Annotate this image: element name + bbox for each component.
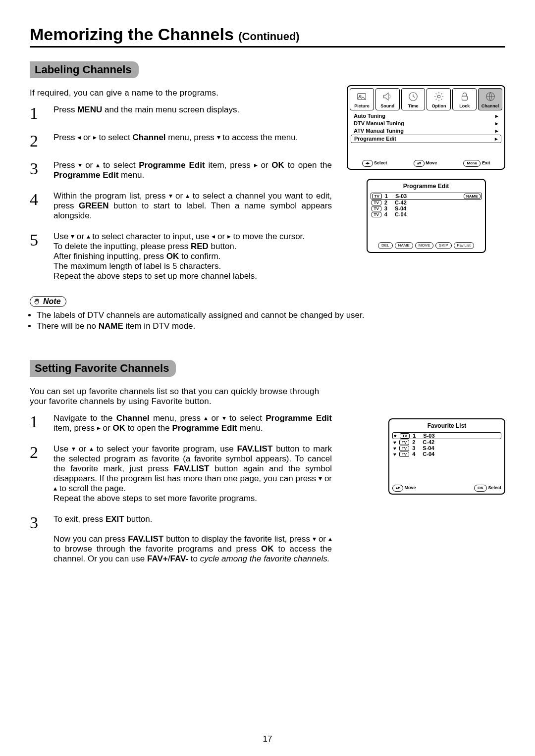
fav-row: ♥TV3 S-04 <box>392 445 501 451</box>
favorites-intro: You can set up favorite channels list so… <box>30 387 332 406</box>
heart-icon: ♥ <box>393 440 396 445</box>
heart-icon: ♥ <box>393 446 396 451</box>
note-badge: Note <box>30 296 66 307</box>
fav-row: ♥TV1 S-03 <box>392 432 501 439</box>
programme-row: TV4 C-04 <box>371 211 482 217</box>
osd-item-programme-edit: Programme Edit▸ <box>351 135 501 143</box>
programme-row: TV1 S-03 NAME <box>371 193 482 200</box>
page-title: Memorizing the Channels (Continued) <box>30 25 505 44</box>
fav-row: ♥TV2 C-42 <box>392 439 501 445</box>
osd-tab-lock: Lock <box>452 88 477 110</box>
osd-tab-sound: Sound <box>375 88 400 110</box>
step-1: Press MENU and the main menu screen disp… <box>30 105 332 122</box>
note-item: The labels of DTV channels are automatic… <box>37 310 505 320</box>
osd-channel-menu: Picture Sound Time Option Lock Channel A… <box>347 85 505 170</box>
osd-tab-option: Option <box>427 88 451 110</box>
osd-favourite-list: Favourite List ♥TV1 S-03 ♥TV2 C-42 ♥TV3 … <box>388 418 505 495</box>
fav-row: ♥TV4 C-04 <box>392 451 501 457</box>
programme-edit-footer: DEL NAME MOVE SKIP Fav.List <box>371 242 482 249</box>
fav-step-2: Use ▾ or ▴ to select your favorite progr… <box>30 444 332 504</box>
osd-programme-edit: Programme Edit TV1 S-03 NAME TV2 C-42 TV… <box>367 179 486 253</box>
note-list: The labels of DTV channels are automatic… <box>30 310 505 331</box>
title-rule <box>30 46 505 48</box>
programme-row: TV3 S-04 <box>371 205 482 211</box>
osd-tab-channel: Channel <box>478 88 502 110</box>
down-arrow-icon: ▾ <box>217 133 220 141</box>
fav-footer: ▴▾ Move OK Select <box>392 485 501 492</box>
step-2: Press ◂ or ▸ to select Channel menu, pre… <box>30 133 332 150</box>
heart-icon: ♥ <box>394 433 397 439</box>
labeling-intro: If required, you can give a name to the … <box>30 88 332 98</box>
svg-rect-4 <box>462 96 467 100</box>
svg-point-3 <box>437 95 440 98</box>
heart-icon: ♥ <box>393 452 396 457</box>
favorites-steps: Navigate to the Channel menu, press ▴ or… <box>30 413 332 564</box>
step-3: Press ▾ or ▴ to select Programme Edit it… <box>30 160 332 180</box>
note-item: There will be no NAME item in DTV mode. <box>37 321 505 331</box>
labeling-steps: Press MENU and the main menu screen disp… <box>30 105 332 281</box>
step-4: Within the program list, press ▾ or ▴ to… <box>30 191 332 221</box>
osd-footer: ◂▸ Select ▴▾ Move Menu Exit <box>350 160 502 167</box>
hand-icon <box>33 298 41 305</box>
osd-tab-picture: Picture <box>350 88 374 110</box>
right-arrow-icon: ▸ <box>93 133 97 141</box>
fav-step-3: To exit, press EXIT button. Now you can … <box>30 514 332 564</box>
osd-item-dtv-manual: DTV Manual Tuning▸ <box>351 120 501 127</box>
osd-item-atv-manual: ATV Manual Tuning▸ <box>351 127 501 135</box>
section-setting-favorites: Setting Favorite Channels <box>30 360 176 377</box>
page-number: 17 <box>0 734 535 744</box>
osd-item-auto-tuning: Auto Tuning▸ <box>351 112 501 120</box>
programme-row: TV2 C-42 <box>371 200 482 205</box>
osd-tab-time: Time <box>401 88 426 110</box>
section-labeling-channels: Labeling Channels <box>30 61 139 78</box>
fav-step-1: Navigate to the Channel menu, press ▴ or… <box>30 413 332 433</box>
step-5: Use ▾ or ▴ to select character to input,… <box>30 232 332 281</box>
